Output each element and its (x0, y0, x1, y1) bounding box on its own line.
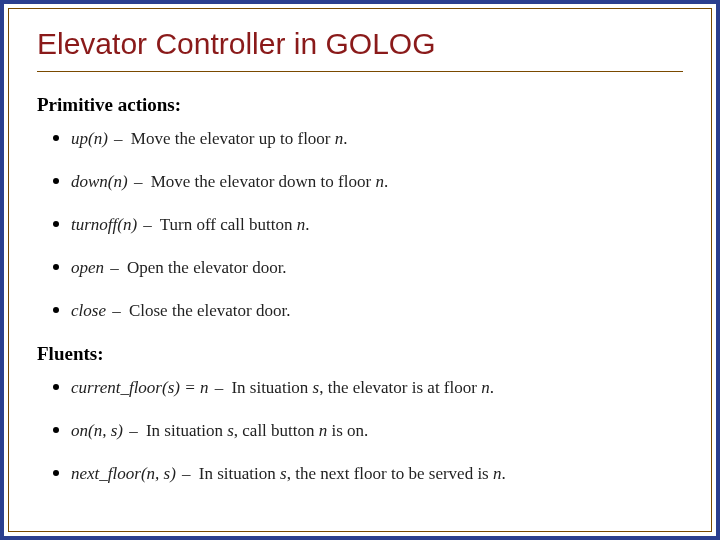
list-item: down(n) – Move the elevator down to floo… (71, 171, 683, 194)
title-underline (37, 71, 683, 72)
item-term: on(n, s) (71, 421, 123, 440)
slide-content: Primitive actions:up(n) – Move the eleva… (37, 94, 683, 486)
item-description: Move the elevator down to floor n. (151, 172, 388, 191)
item-separator: – (112, 129, 127, 148)
item-description: Turn off call button n. (160, 215, 310, 234)
item-separator: – (141, 215, 156, 234)
list-item: on(n, s) – In situation s, call button n… (71, 420, 683, 443)
item-description: In situation s, call button n is on. (146, 421, 368, 440)
item-term: up(n) (71, 129, 108, 148)
list-item: current_floor(s) = n – In situation s, t… (71, 377, 683, 400)
list-item: close – Close the elevator door. (71, 300, 683, 323)
item-term: down(n) (71, 172, 128, 191)
slide-outer-frame: Elevator Controller in GOLOG Primitive a… (0, 0, 720, 540)
slide-title: Elevator Controller in GOLOG (37, 27, 683, 61)
item-separator: – (108, 258, 123, 277)
section-heading: Fluents: (37, 343, 683, 365)
list-item: next_floor(n, s) – In situation s, the n… (71, 463, 683, 486)
item-description: In situation s, the next floor to be ser… (199, 464, 506, 483)
item-separator: – (180, 464, 195, 483)
bullet-list: up(n) – Move the elevator up to floor n.… (37, 128, 683, 323)
item-separator: – (127, 421, 142, 440)
item-description: In situation s, the elevator is at floor… (231, 378, 494, 397)
item-description: Close the elevator door. (129, 301, 290, 320)
item-term: close (71, 301, 106, 320)
bullet-list: current_floor(s) = n – In situation s, t… (37, 377, 683, 486)
item-term: current_floor(s) = n (71, 378, 208, 397)
list-item: up(n) – Move the elevator up to floor n. (71, 128, 683, 151)
item-term: open (71, 258, 104, 277)
list-item: open – Open the elevator door. (71, 257, 683, 280)
item-description: Open the elevator door. (127, 258, 287, 277)
item-term: turnoff(n) (71, 215, 137, 234)
item-description: Move the elevator up to floor n. (131, 129, 348, 148)
item-separator: – (213, 378, 228, 397)
list-item: turnoff(n) – Turn off call button n. (71, 214, 683, 237)
item-separator: – (132, 172, 147, 191)
item-term: next_floor(n, s) (71, 464, 176, 483)
item-separator: – (110, 301, 125, 320)
section-heading: Primitive actions: (37, 94, 683, 116)
slide-inner-frame: Elevator Controller in GOLOG Primitive a… (8, 8, 712, 532)
